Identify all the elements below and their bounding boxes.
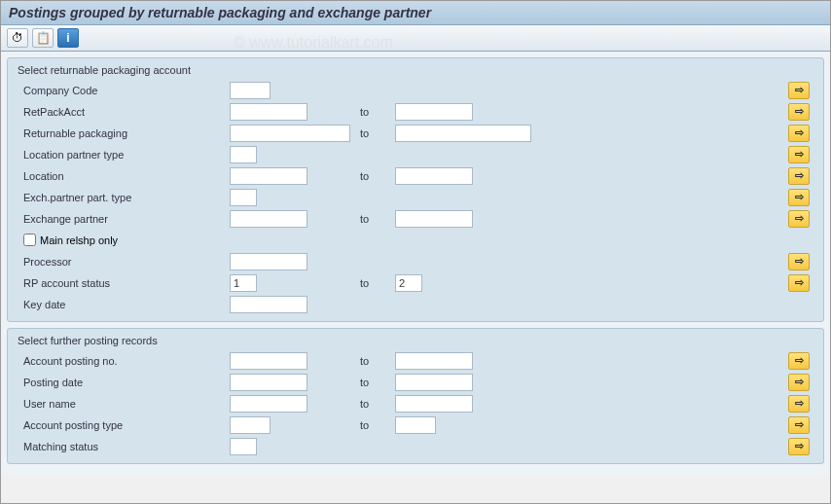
- processor-multi-button[interactable]: ⇨: [788, 253, 810, 270]
- section2-title: Select further posting records: [16, 333, 815, 350]
- to-label: to: [356, 127, 395, 139]
- returnable-packaging-from-input[interactable]: [230, 125, 350, 142]
- clock-icon: ⏱: [12, 31, 23, 45]
- user-name-to-input[interactable]: [395, 395, 473, 413]
- main-relshp-checkbox-wrap[interactable]: Main relshp only: [16, 234, 118, 246]
- posting-date-to-input[interactable]: [395, 374, 473, 391]
- to-label: to: [356, 398, 395, 410]
- page-title: Postings grouped by returnable packaging…: [1, 1, 830, 25]
- posting-date-label: Posting date: [16, 377, 230, 388]
- processor-input[interactable]: [230, 253, 307, 270]
- exchange-partner-label: Exchange partner: [16, 213, 230, 225]
- account-posting-no-multi-button[interactable]: ⇨: [788, 352, 810, 370]
- section-further-posting: Select further posting records Account p…: [7, 328, 824, 464]
- account-posting-no-from-input[interactable]: [230, 352, 307, 370]
- posting-date-from-input[interactable]: [230, 374, 307, 391]
- location-multi-button[interactable]: ⇨: [788, 167, 810, 185]
- section-returnable-packaging: Select returnable packaging account Comp…: [7, 57, 824, 322]
- info-icon: i: [66, 31, 69, 45]
- exch-partner-part-type-label: Exch.partner part. type: [16, 192, 230, 203]
- processor-label: Processor: [16, 256, 230, 268]
- key-date-label: Key date: [16, 299, 230, 310]
- arrow-right-icon: ⇨: [795, 191, 804, 203]
- retpackacct-to-input[interactable]: [395, 103, 473, 121]
- arrow-right-icon: ⇨: [795, 255, 804, 268]
- user-name-label: User name: [16, 398, 230, 410]
- main-relshp-checkbox[interactable]: [23, 234, 36, 246]
- arrow-right-icon: ⇨: [795, 397, 804, 410]
- location-partner-type-multi-button[interactable]: ⇨: [788, 146, 810, 163]
- main-relshp-label: Main relshp only: [40, 234, 118, 246]
- location-label: Location: [16, 170, 230, 182]
- to-label: to: [356, 213, 395, 225]
- retpackacct-label: RetPackAcct: [16, 106, 230, 118]
- arrow-right-icon: ⇨: [795, 376, 804, 388]
- account-posting-no-label: Account posting no.: [16, 355, 230, 367]
- arrow-right-icon: ⇨: [795, 440, 804, 452]
- posting-date-multi-button[interactable]: ⇨: [788, 374, 810, 391]
- matching-status-multi-button[interactable]: ⇨: [788, 438, 810, 455]
- rp-account-status-multi-button[interactable]: ⇨: [788, 274, 810, 292]
- section1-title: Select returnable packaging account: [16, 62, 815, 80]
- rp-account-status-label: RP account status: [16, 277, 230, 289]
- variant-icon: 📋: [36, 31, 51, 45]
- to-label: to: [356, 377, 395, 388]
- exchange-partner-from-input[interactable]: [230, 210, 307, 228]
- arrow-right-icon: ⇨: [795, 354, 804, 367]
- company-code-label: Company Code: [16, 85, 230, 96]
- arrow-right-icon: ⇨: [795, 276, 804, 289]
- matching-status-label: Matching status: [16, 441, 230, 452]
- arrow-right-icon: ⇨: [795, 169, 804, 182]
- toolbar: ⏱ 📋 i: [1, 25, 830, 52]
- exch-partner-part-type-input[interactable]: [230, 189, 257, 206]
- exch-partner-part-type-multi-button[interactable]: ⇨: [788, 189, 810, 206]
- to-label: to: [356, 106, 395, 118]
- retpackacct-from-input[interactable]: [230, 103, 307, 121]
- user-name-multi-button[interactable]: ⇨: [788, 395, 810, 413]
- account-posting-no-to-input[interactable]: [395, 352, 473, 370]
- arrow-right-icon: ⇨: [795, 212, 804, 225]
- exchange-partner-multi-button[interactable]: ⇨: [788, 210, 810, 228]
- account-posting-type-multi-button[interactable]: ⇨: [788, 416, 810, 434]
- arrow-right-icon: ⇨: [795, 418, 804, 431]
- matching-status-input[interactable]: [230, 438, 257, 455]
- rp-account-status-from-input[interactable]: [230, 274, 257, 292]
- key-date-input[interactable]: [230, 296, 307, 313]
- rp-account-status-to-input[interactable]: [395, 274, 422, 292]
- location-partner-type-input[interactable]: [230, 146, 257, 163]
- retpackacct-multi-button[interactable]: ⇨: [788, 103, 810, 121]
- location-from-input[interactable]: [230, 167, 307, 185]
- returnable-packaging-label: Returnable packaging: [16, 127, 230, 139]
- to-label: to: [356, 170, 395, 182]
- content-area: Select returnable packaging account Comp…: [1, 52, 830, 476]
- arrow-right-icon: ⇨: [795, 105, 804, 118]
- variant-button[interactable]: 📋: [32, 28, 54, 48]
- account-posting-type-label: Account posting type: [16, 419, 230, 431]
- location-partner-type-label: Location partner type: [16, 149, 230, 161]
- company-code-input[interactable]: [230, 82, 271, 99]
- execute-button[interactable]: ⏱: [7, 28, 28, 48]
- account-posting-type-from-input[interactable]: [230, 416, 271, 434]
- arrow-right-icon: ⇨: [795, 84, 804, 96]
- location-to-input[interactable]: [395, 167, 473, 185]
- arrow-right-icon: ⇨: [795, 126, 804, 139]
- company-code-multi-button[interactable]: ⇨: [788, 82, 810, 99]
- arrow-right-icon: ⇨: [795, 148, 804, 161]
- exchange-partner-to-input[interactable]: [395, 210, 473, 228]
- info-button[interactable]: i: [57, 28, 79, 48]
- to-label: to: [356, 355, 395, 367]
- returnable-packaging-multi-button[interactable]: ⇨: [788, 125, 810, 142]
- account-posting-type-to-input[interactable]: [395, 416, 436, 434]
- user-name-from-input[interactable]: [230, 395, 307, 413]
- returnable-packaging-to-input[interactable]: [395, 125, 531, 142]
- to-label: to: [356, 419, 395, 431]
- to-label: to: [356, 277, 395, 289]
